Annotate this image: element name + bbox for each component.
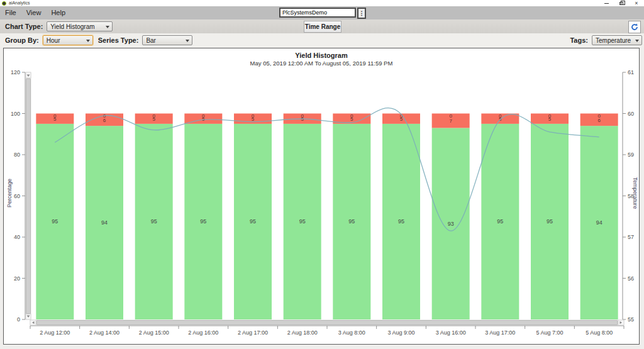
menu-view[interactable]: View xyxy=(21,6,47,19)
group-by-dropdown[interactable]: Hour xyxy=(43,35,93,45)
tags-value: Temperature xyxy=(596,37,631,44)
chart-text: 95 xyxy=(151,218,157,224)
chevron-down-icon xyxy=(635,40,639,42)
chart-text: 95 xyxy=(348,218,355,224)
chart-text: 94 xyxy=(101,219,108,226)
chart-text: 95 xyxy=(250,218,256,224)
menu-file[interactable]: File xyxy=(0,6,21,19)
chart-text: 6 xyxy=(597,118,601,123)
chart-type-label: Chart Type: xyxy=(5,23,43,30)
chart-text: 2 Aug 15:00 xyxy=(139,330,169,336)
vertical-scrollbar-thumb[interactable] xyxy=(26,79,31,314)
yield-histogram-chart: 0595069405950595059505950595059507930595… xyxy=(4,48,639,344)
chart-text: 3 Aug 8:00 xyxy=(338,330,365,336)
chart-text: 5 xyxy=(53,116,57,122)
minimize-button[interactable] xyxy=(599,0,614,6)
close-icon: × xyxy=(635,0,638,6)
toolbar-chart-type-row: Chart Type: Yield Histogram Time Range xyxy=(0,19,644,33)
series-type-value: Bar xyxy=(146,37,156,44)
chart-text: 120 xyxy=(11,69,20,75)
chart-type-dropdown[interactable]: Yield Histogram xyxy=(47,21,113,31)
chart-text: 80 xyxy=(14,152,20,158)
restore-icon xyxy=(619,2,623,5)
chart-text: 5 xyxy=(548,116,552,122)
chart-text: 5 Aug 8:00 xyxy=(586,330,613,336)
chart-text: 94 xyxy=(596,219,602,226)
chart-text: 95 xyxy=(547,218,553,224)
chart-text: 0 xyxy=(17,316,20,323)
chevron-down-icon xyxy=(86,40,90,42)
series-type-label: Series Type: xyxy=(98,36,139,44)
app-logo-icon xyxy=(2,1,6,6)
chart-type-value: Yield Histogram xyxy=(50,23,94,30)
chart-text: 20 xyxy=(14,275,20,282)
window-title: aiAnalytics xyxy=(9,0,30,6)
refresh-button[interactable] xyxy=(628,21,641,33)
title-bar: aiAnalytics × xyxy=(0,0,644,6)
chart-text: 60 xyxy=(14,193,20,199)
chart-text: 100 xyxy=(11,111,20,117)
tags-dropdown[interactable]: Temperature xyxy=(592,35,642,45)
chart-text: 57 xyxy=(628,234,634,240)
minimize-icon xyxy=(604,3,609,4)
chart-text: 61 xyxy=(628,69,634,75)
chart-text: 2 Aug 12:00 xyxy=(40,330,70,336)
close-button[interactable]: × xyxy=(629,0,644,6)
restore-button[interactable] xyxy=(614,0,629,6)
chevron-down-icon xyxy=(186,40,189,42)
chevron-down-icon xyxy=(106,26,109,28)
toolbar-filter-row: Group By: Hour Series Type: Bar Tags: Te… xyxy=(0,33,644,47)
chart-text: 58 xyxy=(628,193,634,199)
chart-text: 95 xyxy=(497,218,503,224)
chart-text: 95 xyxy=(52,218,58,224)
window-controls: × xyxy=(599,0,644,6)
chart-text: 2 Aug 16:00 xyxy=(188,330,218,336)
series-type-dropdown[interactable]: Bar xyxy=(142,35,192,45)
chart-text: 5 xyxy=(152,116,155,122)
chart-text: 59 xyxy=(628,152,634,158)
chart-text: 93 xyxy=(448,221,454,227)
time-range-button[interactable]: Time Range xyxy=(304,21,341,33)
connection-input[interactable] xyxy=(279,8,356,18)
chart-text: 60 xyxy=(628,111,634,117)
menu-help[interactable]: Help xyxy=(46,6,70,19)
chart-text: 2 Aug 18:00 xyxy=(287,330,318,336)
chart-text: 3 Aug 9:00 xyxy=(387,330,414,336)
chart-text: 56 xyxy=(628,275,634,282)
chart-text: 40 xyxy=(14,234,20,240)
refresh-icon xyxy=(631,23,638,31)
chart-text: 95 xyxy=(299,218,306,224)
chart-text: 7 xyxy=(449,118,452,124)
chart-text: 95 xyxy=(200,218,206,224)
chart-text: 95 xyxy=(398,218,404,224)
chart-text: 5 xyxy=(252,116,255,122)
chart-text: 2 Aug 17:00 xyxy=(238,330,268,336)
chart-text: 2 Aug 14:00 xyxy=(89,330,119,336)
chart-text: 6 xyxy=(103,118,106,123)
tags-label: Tags: xyxy=(570,36,588,44)
menu-bar: File View Help ⋮ xyxy=(0,6,644,19)
connection-group: ⋮ xyxy=(279,8,366,19)
chart-text: 3 Aug 17:00 xyxy=(485,330,515,336)
chart-text: 55 xyxy=(628,316,634,323)
group-by-label: Group By: xyxy=(5,36,39,44)
chart-text: 5 xyxy=(400,116,403,122)
chart-text: 5 Aug 7:00 xyxy=(536,330,563,336)
group-by-value: Hour xyxy=(47,37,60,44)
chart-panel: Yield Histogram May 05, 2019 12:00 AM To… xyxy=(3,48,640,345)
horizontal-scrollbar-thumb[interactable] xyxy=(36,321,618,325)
chart-text: 3 Aug 16:00 xyxy=(436,330,466,336)
connection-more-button[interactable]: ⋮ xyxy=(357,8,366,19)
chart-text: 5 xyxy=(350,116,353,122)
